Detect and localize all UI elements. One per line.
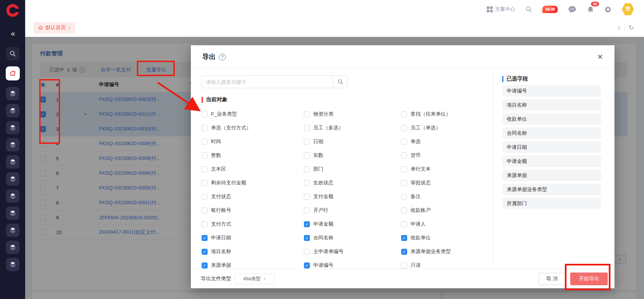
field-option[interactable]: 合同名称 <box>304 231 401 245</box>
help-icon[interactable]: ? <box>219 54 226 60</box>
field-option[interactable]: 支付状态 <box>202 190 304 203</box>
field-option[interactable]: 申请日期 <box>202 231 304 245</box>
field-checkbox[interactable] <box>401 139 407 145</box>
field-checkbox[interactable] <box>304 153 310 159</box>
new-feature-badge[interactable]: NEW <box>542 6 558 13</box>
field-checkbox[interactable] <box>304 111 310 117</box>
field-checkbox[interactable] <box>202 125 208 131</box>
selected-field-item[interactable]: 申请金额 <box>502 156 601 167</box>
field-option[interactable]: 项目名称 <box>202 245 304 258</box>
field-checkbox[interactable] <box>401 153 407 159</box>
field-option[interactable]: 来源单据 <box>202 258 304 269</box>
field-option[interactable]: 物资分类 <box>304 107 401 121</box>
collapse-sidebar-icon[interactable]: « <box>11 29 14 38</box>
messages-button[interactable] <box>568 5 577 13</box>
field-option[interactable]: 审批状态 <box>401 176 493 190</box>
sidebar-item-module[interactable] <box>6 138 19 152</box>
field-option[interactable]: 生效状态 <box>304 176 401 190</box>
field-option[interactable]: 支付方式 <box>202 217 304 231</box>
field-option[interactable]: 日期 <box>304 135 401 148</box>
app-logo-icon[interactable] <box>6 4 19 17</box>
field-checkbox[interactable] <box>304 139 310 145</box>
field-option[interactable]: 时间 <box>202 135 304 148</box>
field-checkbox[interactable] <box>304 249 310 255</box>
field-checkbox[interactable] <box>401 235 407 241</box>
field-checkbox[interactable] <box>202 249 208 255</box>
solution-center-button[interactable]: 方案中心 <box>487 6 515 12</box>
refresh-icon[interactable]: ↻ <box>629 24 634 32</box>
field-option[interactable]: 银行账号 <box>202 203 304 217</box>
field-checkbox[interactable] <box>202 221 208 227</box>
sidebar-item-module[interactable] <box>6 121 19 134</box>
field-option[interactable]: 收款账户 <box>401 203 493 217</box>
field-checkbox[interactable] <box>202 139 208 145</box>
selected-field-item[interactable]: 收款单位 <box>502 113 601 125</box>
close-icon[interactable]: ✕ <box>597 53 603 61</box>
field-option[interactable]: 备注 <box>401 190 493 203</box>
sidebar-item-module[interactable] <box>6 104 19 117</box>
field-checkbox[interactable] <box>401 166 407 172</box>
field-option[interactable]: 申请金额 <box>304 217 401 231</box>
field-checkbox[interactable] <box>401 180 407 186</box>
field-option[interactable]: 员工（单选） <box>401 121 493 135</box>
field-checkbox[interactable] <box>304 262 310 268</box>
field-checkbox[interactable] <box>401 221 407 227</box>
field-option[interactable]: 剩余待支付金额 <box>202 176 304 190</box>
field-option[interactable]: 文本区 <box>202 162 304 176</box>
sidebar-item-module[interactable] <box>6 189 19 203</box>
field-checkbox[interactable] <box>304 207 310 214</box>
field-option[interactable]: 单行文本 <box>401 162 493 176</box>
field-option[interactable]: 主申请单编号 <box>304 245 401 258</box>
field-option[interactable]: 只读 <box>401 258 493 269</box>
start-export-button[interactable]: 开始导出 <box>570 273 608 285</box>
field-option[interactable]: 申请编号 <box>304 258 401 269</box>
field-checkbox[interactable] <box>401 125 407 131</box>
field-checkbox[interactable] <box>401 249 407 255</box>
field-checkbox[interactable] <box>202 153 208 159</box>
field-checkbox[interactable] <box>304 235 310 241</box>
sidebar-item-module[interactable] <box>6 241 19 254</box>
sidebar-item-module[interactable] <box>6 172 19 186</box>
selected-field-item[interactable]: 申请编号 <box>502 85 601 97</box>
cancel-button[interactable]: 取 消 <box>539 273 566 285</box>
sidebar-item-home[interactable] <box>6 66 20 80</box>
field-checkbox[interactable] <box>202 207 208 214</box>
sidebar-item-module[interactable] <box>6 87 19 100</box>
field-checkbox[interactable] <box>304 194 310 200</box>
field-option[interactable]: F_业务类型 <box>202 107 304 121</box>
field-option[interactable]: 申请人 <box>401 217 493 231</box>
field-option[interactable]: 查找（往来单位） <box>401 107 493 121</box>
selected-field-item[interactable]: 来源单据业务类型 <box>502 184 601 195</box>
chevron-down-icon[interactable]: ∨ <box>68 25 71 30</box>
sidebar-search-button[interactable] <box>6 47 19 60</box>
search-button[interactable] <box>333 76 347 88</box>
field-checkbox[interactable] <box>401 111 407 117</box>
field-checkbox[interactable] <box>202 262 208 268</box>
field-checkbox[interactable] <box>202 166 208 172</box>
field-option[interactable]: 开户行 <box>304 203 401 217</box>
field-option[interactable]: 收款单位 <box>401 231 493 245</box>
field-option[interactable]: 员工（多选） <box>304 121 401 135</box>
selected-field-item[interactable]: 来源单据 <box>502 170 601 181</box>
field-checkbox[interactable] <box>304 125 310 131</box>
selected-field-item[interactable]: 项目名称 <box>502 99 601 111</box>
field-option[interactable]: 来源单据业务类型 <box>401 245 493 258</box>
field-option[interactable]: 部门 <box>304 162 401 176</box>
sidebar-item-module[interactable] <box>6 224 19 237</box>
field-checkbox[interactable] <box>202 111 208 117</box>
field-option[interactable]: 单选（支付方式） <box>202 121 304 135</box>
sidebar-item-module[interactable] <box>6 206 19 220</box>
sidebar-item-module[interactable] <box>6 155 19 169</box>
field-option[interactable]: 整数 <box>202 148 304 162</box>
selected-field-item[interactable]: 申请日期 <box>502 141 601 153</box>
tab-default-home[interactable]: 默认首页 ∨ <box>34 22 75 34</box>
file-type-select[interactable]: xlsx类型 ∨ <box>234 274 275 284</box>
field-option[interactable]: 货币 <box>401 148 493 162</box>
selected-field-item[interactable]: 所属部门 <box>502 198 601 209</box>
notifications-button[interactable]: 94 <box>587 5 594 13</box>
field-checkbox[interactable] <box>401 194 407 200</box>
user-avatar[interactable]: 芳 <box>622 3 634 16</box>
field-option[interactable]: 支付金额 <box>304 190 401 203</box>
field-checkbox[interactable] <box>202 180 208 186</box>
field-checkbox[interactable] <box>304 166 310 172</box>
